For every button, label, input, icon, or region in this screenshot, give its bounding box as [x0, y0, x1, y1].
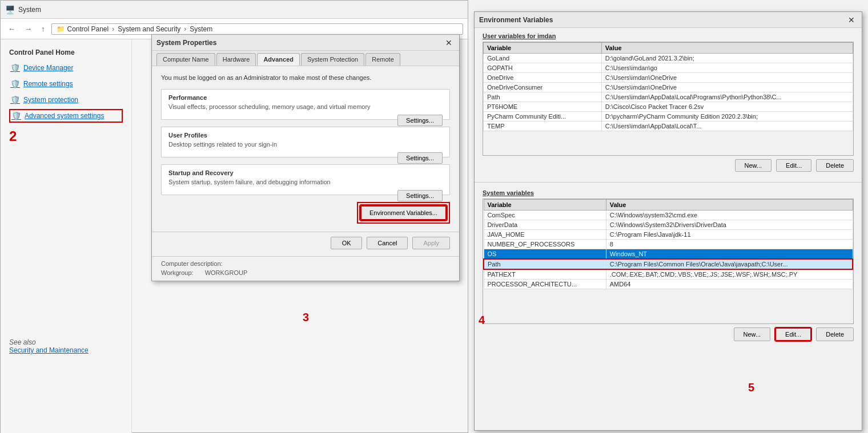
- address-path[interactable]: 📁 Control Panel › System and Security › …: [51, 23, 464, 35]
- user-var-row[interactable]: GOPATHC:\Users\imdan\go: [484, 63, 853, 73]
- user-var-row[interactable]: GoLandD:\goland\GoLand 2021.3.2\bin;: [484, 54, 853, 63]
- cancel-button[interactable]: Cancel: [367, 237, 408, 249]
- performance-settings-button[interactable]: Settings...: [397, 115, 443, 126]
- shield-icon-3: 🛡️: [10, 95, 20, 104]
- user-vars-buttons: New... Edit... Delete: [483, 159, 854, 172]
- up-button[interactable]: ↑: [38, 23, 48, 34]
- dialog-body: You must be logged on as an Administrato…: [152, 66, 459, 232]
- tab-advanced[interactable]: Advanced: [257, 53, 300, 66]
- user-profiles-desc: Desktop settings related to your sign-in: [168, 141, 443, 148]
- env-close-button[interactable]: ✕: [846, 15, 857, 25]
- user-vars-table-container[interactable]: Variable Value GoLandD:\goland\GoLand 20…: [483, 42, 854, 156]
- user-var-name: GOPATH: [484, 63, 602, 73]
- see-also-security-link[interactable]: Security and Maintenance: [9, 346, 123, 354]
- user-var-value: D:\pycharm\PyCharm Community Edition 202…: [601, 112, 853, 122]
- sys-var-name: NUMBER_OF_PROCESSORS: [484, 240, 606, 249]
- dialog-close-button[interactable]: ✕: [443, 38, 455, 47]
- tab-hardware[interactable]: Hardware: [216, 53, 256, 66]
- user-delete-button[interactable]: Delete: [816, 159, 854, 172]
- startup-recovery-desc: System startup, system failure, and debu…: [168, 179, 443, 185]
- computer-info: Computer description: Workgroup: WORKGRO…: [152, 256, 459, 281]
- system-properties-dialog: System Properties ✕ Computer Name Hardwa…: [151, 34, 460, 281]
- user-var-value: D:\Cisco\Cisco Packet Tracer 6.2sv: [601, 102, 853, 112]
- system-titlebar: 🖥️ System: [1, 1, 468, 19]
- dialog-tabs: Computer Name Hardware Advanced System P…: [152, 51, 459, 66]
- sys-var-value: C:\Program Files\Java\jdk-11: [606, 230, 853, 240]
- ok-button[interactable]: OK: [331, 237, 362, 249]
- sys-delete-button[interactable]: Delete: [816, 327, 854, 341]
- system-title: System: [18, 6, 41, 14]
- sys-vars-table-container[interactable]: Variable Value ComSpecC:\Windows\system3…: [483, 199, 854, 324]
- system-icon: 🖥️: [5, 5, 15, 14]
- sys-var-value: AMD64: [606, 280, 853, 289]
- sidebar-item-remote-settings[interactable]: 🛡️ Remote settings: [9, 77, 123, 91]
- shield-icon-1: 🛡️: [10, 63, 20, 72]
- user-col-value: Value: [601, 43, 853, 54]
- user-var-row[interactable]: TEMPC:\Users\imdan\AppData\Local\T...: [484, 122, 853, 131]
- startup-recovery-settings-button[interactable]: Settings...: [397, 190, 443, 201]
- sys-var-name: ComSpec: [484, 211, 606, 220]
- sys-var-row[interactable]: DriverDataC:\Windows\System32\Drivers\Dr…: [484, 220, 853, 230]
- user-var-name: OneDriveConsumer: [484, 83, 602, 92]
- performance-desc: Visual effects, processor scheduling, me…: [168, 103, 443, 110]
- sys-var-row[interactable]: PATHEXT.COM;.EXE;.BAT;.CMD;.VBS;.VBE;.JS…: [484, 269, 853, 280]
- tab-computer-name[interactable]: Computer Name: [156, 53, 215, 66]
- sidebar-label-remote-settings: Remote settings: [23, 80, 73, 88]
- back-button[interactable]: ←: [5, 23, 18, 34]
- annotation-2: 2: [9, 128, 123, 144]
- user-vars-label: User variables for imdan: [483, 33, 854, 39]
- user-var-row[interactable]: OneDriveC:\Users\imdan\OneDrive: [484, 73, 853, 83]
- user-edit-button[interactable]: Edit...: [776, 159, 811, 172]
- workgroup-value: WORKGROUP: [205, 269, 248, 276]
- sidebar-label-device-manager: Device Manager: [23, 64, 73, 72]
- sys-col-value: Value: [606, 200, 853, 211]
- environment-variables-button[interactable]: Environment Variables...: [360, 205, 447, 220]
- env-vars-highlight: Environment Variables...: [357, 202, 450, 224]
- forward-button[interactable]: →: [22, 23, 35, 34]
- sys-var-row[interactable]: OSWindows_NT: [484, 249, 853, 260]
- tab-remote[interactable]: Remote: [365, 53, 400, 66]
- shield-icon-2: 🛡️: [10, 79, 20, 88]
- user-profiles-settings-button[interactable]: Settings...: [397, 152, 443, 164]
- user-var-row[interactable]: PyCharm Community Editi...D:\pycharm\PyC…: [484, 112, 853, 122]
- sidebar-item-system-protection[interactable]: 🛡️ System protection: [9, 93, 123, 107]
- user-var-name: PT6HOME: [484, 102, 602, 112]
- user-var-value: C:\Users\imdan\AppData\Local\T...: [601, 122, 853, 131]
- sys-var-value: C:\Program Files\Common Files\Oracle\Jav…: [606, 259, 853, 269]
- sys-vars-label: System variables: [483, 189, 854, 196]
- sys-var-row[interactable]: JAVA_HOMEC:\Program Files\Java\jdk-11: [484, 230, 853, 240]
- sys-vars-buttons: New... Edit... Delete: [483, 327, 854, 341]
- path-system-security: System and Security: [118, 25, 180, 33]
- admin-note: You must be logged on as an Administrato…: [161, 74, 450, 81]
- user-var-row[interactable]: OneDriveConsumerC:\Users\imdan\OneDrive: [484, 83, 853, 92]
- user-var-name: Path: [484, 92, 602, 102]
- user-new-button[interactable]: New...: [735, 159, 772, 172]
- tab-system-protection[interactable]: System Protection: [301, 53, 364, 66]
- path-icon: 📁: [57, 25, 65, 33]
- sidebar-item-advanced-system-settings[interactable]: 🛡️ Advanced system settings: [9, 109, 123, 123]
- user-var-name: GoLand: [484, 54, 602, 63]
- sys-new-button[interactable]: New...: [734, 327, 771, 341]
- env-vars-area: Environment Variables...: [161, 202, 450, 224]
- user-var-row[interactable]: PathC:\Users\imdan\AppData\Local\Program…: [484, 92, 853, 102]
- sidebar: Control Panel Home 🛡️ Device Manager 🛡️ …: [1, 39, 132, 433]
- shield-icon-4: 🛡️: [11, 111, 21, 120]
- sidebar-label-advanced-system-settings: Advanced system settings: [25, 112, 104, 120]
- sys-edit-button[interactable]: Edit...: [775, 327, 811, 341]
- sys-var-row[interactable]: NUMBER_OF_PROCESSORS8: [484, 240, 853, 249]
- sys-var-row[interactable]: ComSpecC:\Windows\system32\cmd.exe: [484, 211, 853, 220]
- sys-var-value: Windows_NT: [606, 249, 853, 260]
- user-var-value: C:\Users\imdan\AppData\Local\Programs\Py…: [601, 92, 853, 102]
- sys-var-row[interactable]: PathC:\Program Files\Common Files\Oracle…: [484, 259, 853, 269]
- performance-section: Performance Visual effects, processor sc…: [161, 89, 450, 120]
- user-var-row[interactable]: PT6HOMED:\Cisco\Cisco Packet Tracer 6.2s…: [484, 102, 853, 112]
- performance-title: Performance: [168, 94, 443, 101]
- dialog-footer: OK Cancel Apply: [152, 232, 459, 256]
- user-profiles-section: User Profiles Desktop settings related t…: [161, 127, 450, 157]
- sys-var-row[interactable]: PROCESSOR_ARCHITECTU...AMD64: [484, 280, 853, 289]
- apply-button[interactable]: Apply: [412, 237, 450, 249]
- sidebar-title: Control Panel Home: [9, 48, 123, 56]
- sys-var-name: Path: [484, 259, 606, 269]
- startup-recovery-section: Startup and Recovery System startup, sys…: [161, 164, 450, 195]
- sidebar-item-device-manager[interactable]: 🛡️ Device Manager: [9, 61, 123, 75]
